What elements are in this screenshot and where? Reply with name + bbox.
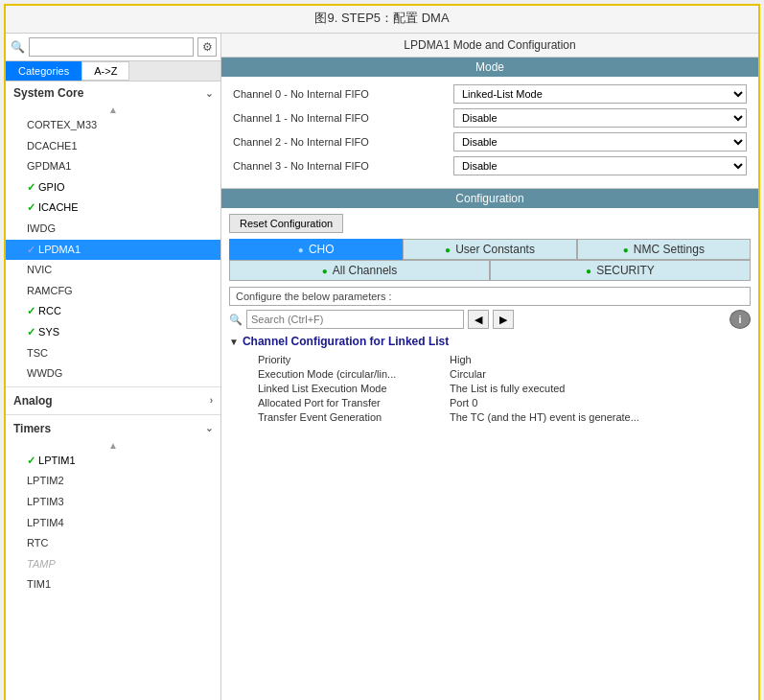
category-system-core[interactable]: System Core ⌄ <box>6 82 220 105</box>
channel-3-label: Channel 3 - No Internal FIFO <box>233 160 453 172</box>
sidebar-item-lptim2[interactable]: LPTIM2 <box>6 471 220 492</box>
tab-az[interactable]: A->Z <box>81 61 129 81</box>
channel-2-select[interactable]: Disable Linked-List Mode <box>453 132 747 152</box>
sidebar-item-nvic[interactable]: NVIC <box>6 260 220 281</box>
sidebar-item-rcc[interactable]: RCC <box>6 301 220 322</box>
gear-icon[interactable]: ⚙ <box>197 37 217 57</box>
tab-categories[interactable]: Categories <box>6 61 81 81</box>
param-val: Port 0 <box>450 397 751 408</box>
sidebar-item-tamp[interactable]: TAMP <box>6 554 220 575</box>
category-label: Analog <box>13 394 53 408</box>
nav-next-button[interactable]: ▶ <box>493 310 514 329</box>
sidebar-item-icache[interactable]: ICACHE <box>6 198 220 219</box>
sidebar-item-gpdma1[interactable]: GPDMA1 <box>6 156 220 177</box>
sidebar-item-lpdma1[interactable]: LPDMA1 <box>6 240 220 261</box>
sidebar: 🔍 ⚙ Categories A->Z System Core ⌄ ▲ CORT… <box>6 34 221 700</box>
nav-prev-button[interactable]: ◀ <box>468 310 489 329</box>
sidebar-item-lptim1[interactable]: LPTIM1 <box>6 451 220 472</box>
channel-config-label: Channel Configuration for Linked List <box>243 335 449 348</box>
mode-row-3: Channel 3 - No Internal FIFO Disable Lin… <box>233 156 747 175</box>
dot-icon: ● <box>445 245 451 255</box>
scroll-up-arrow-timers[interactable]: ▲ <box>6 440 220 451</box>
info-button[interactable]: i <box>729 310 751 329</box>
sidebar-item-rtc[interactable]: RTC <box>6 533 220 554</box>
sidebar-item-gpio[interactable]: GPIO <box>6 177 220 198</box>
param-key: Transfer Event Generation <box>258 411 450 423</box>
divider <box>6 386 220 387</box>
param-row-transfer-event: Transfer Event Generation The TC (and th… <box>258 411 751 423</box>
panel-title: LPDMA1 Mode and Configuration <box>221 34 758 58</box>
channel-0-select[interactable]: Linked-List Mode Disable <box>453 84 747 104</box>
config-tab-security[interactable]: ● SECURITY <box>490 260 751 281</box>
channel-3-select[interactable]: Disable Linked-List Mode <box>453 156 747 175</box>
chevron-right-icon: › <box>210 395 213 406</box>
mode-row-2: Channel 2 - No Internal FIFO Disable Lin… <box>233 132 747 152</box>
param-row-priority: Priority High <box>258 354 751 365</box>
sidebar-item-lptim4[interactable]: LPTIM4 <box>6 513 220 534</box>
scroll-up-arrow[interactable]: ▲ <box>6 105 220 115</box>
sidebar-item-wwdg[interactable]: WWDG <box>6 363 220 385</box>
dot-icon: ● <box>623 245 629 255</box>
param-search-row: 🔍 ◀ ▶ i <box>229 310 751 329</box>
param-row-execution-mode: Execution Mode (circular/lin... Circular <box>258 368 751 380</box>
tab-label: SECURITY <box>596 264 655 277</box>
tab-label: User Constants <box>455 243 535 256</box>
param-key: Priority <box>258 354 450 365</box>
dot-icon: ● <box>298 245 304 255</box>
right-panel: LPDMA1 Mode and Configuration Mode Chann… <box>221 34 758 700</box>
param-val: The TC (and the HT) event is generate... <box>450 411 751 423</box>
toggle-arrow-icon[interactable]: ▼ <box>229 337 239 347</box>
params-table: Priority High Execution Mode (circular/l… <box>258 354 751 423</box>
config-tab-all-channels[interactable]: ● All Channels <box>229 260 490 281</box>
config-section-header: Configuration <box>221 189 758 208</box>
dot-icon: ● <box>586 266 591 276</box>
sidebar-item-iwdg[interactable]: IWDG <box>6 219 220 240</box>
tab-label: CHO <box>309 243 335 256</box>
param-key: Execution Mode (circular/lin... <box>258 368 450 380</box>
channel-1-label: Channel 1 - No Internal FIFO <box>233 112 453 124</box>
page-title: 图9. STEP5：配置 DMA <box>6 6 758 34</box>
channel-1-select[interactable]: Disable Linked-List Mode <box>453 108 747 128</box>
param-val: High <box>450 354 751 365</box>
param-row-allocated-port: Allocated Port for Transfer Port 0 <box>258 397 751 408</box>
sidebar-tab-row: Categories A->Z <box>6 61 220 82</box>
sidebar-item-ramcfg[interactable]: RAMCFG <box>6 281 220 302</box>
category-label: Timers <box>13 422 51 435</box>
mode-section: Channel 0 - No Internal FIFO Linked-List… <box>221 77 758 189</box>
param-search-input[interactable] <box>246 310 464 329</box>
mode-section-header: Mode <box>221 58 758 77</box>
tab-label: All Channels <box>333 264 397 277</box>
sidebar-item-cortex[interactable]: CORTEX_M33 <box>6 115 220 136</box>
category-analog[interactable]: Analog › <box>6 389 220 412</box>
param-key: Linked List Execution Mode <box>258 383 450 394</box>
channel-config-header: ▼ Channel Configuration for Linked List <box>229 335 751 348</box>
sidebar-item-tim1[interactable]: TIM1 <box>6 574 220 595</box>
search-bar: 🔍 ⚙ <box>6 34 220 61</box>
config-tab-user-constants[interactable]: ● User Constants <box>403 239 576 260</box>
search-icon: 🔍 <box>229 314 243 326</box>
sidebar-item-tsc[interactable]: TSC <box>6 343 220 364</box>
channel-2-label: Channel 2 - No Internal FIFO <box>233 136 453 148</box>
param-val: The List is fully executed <box>450 383 751 394</box>
channel-0-label: Channel 0 - No Internal FIFO <box>233 88 453 100</box>
mode-row-0: Channel 0 - No Internal FIFO Linked-List… <box>233 84 747 104</box>
sidebar-item-lptim3[interactable]: LPTIM3 <box>6 492 220 513</box>
config-tab-row-1: ● CHO ● User Constants ● NMC Settings <box>229 239 751 260</box>
chevron-down-icon: ⌄ <box>205 423 213 433</box>
param-key: Allocated Port for Transfer <box>258 397 450 408</box>
param-row-ll-execution: Linked List Execution Mode The List is f… <box>258 383 751 394</box>
category-timers[interactable]: Timers ⌄ <box>6 417 220 440</box>
param-val: Circular <box>450 368 751 380</box>
sidebar-item-dcache1[interactable]: DCACHE1 <box>6 136 220 157</box>
search-input[interactable] <box>29 37 194 57</box>
mode-row-1: Channel 1 - No Internal FIFO Disable Lin… <box>233 108 747 128</box>
sidebar-item-sys[interactable]: SYS <box>6 322 220 343</box>
search-icon: 🔍 <box>10 39 25 55</box>
reset-config-button[interactable]: Reset Configuration <box>229 214 343 233</box>
sidebar-content: System Core ⌄ ▲ CORTEX_M33 DCACHE1 GPDMA… <box>6 82 220 700</box>
chevron-down-icon: ⌄ <box>205 88 213 99</box>
config-tab-nmc-settings[interactable]: ● NMC Settings <box>577 239 751 260</box>
tab-label: NMC Settings <box>634 243 705 256</box>
divider <box>6 414 220 415</box>
config-tab-ch0[interactable]: ● CHO <box>229 239 403 260</box>
